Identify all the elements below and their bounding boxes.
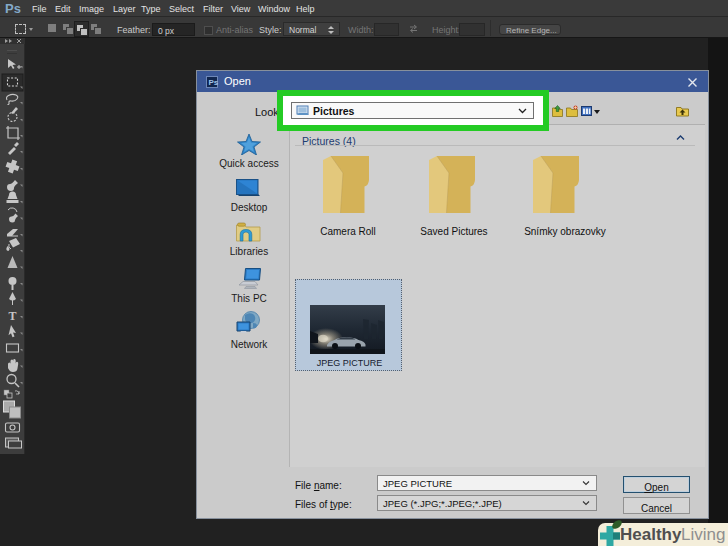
- svg-text:T: T: [9, 309, 17, 323]
